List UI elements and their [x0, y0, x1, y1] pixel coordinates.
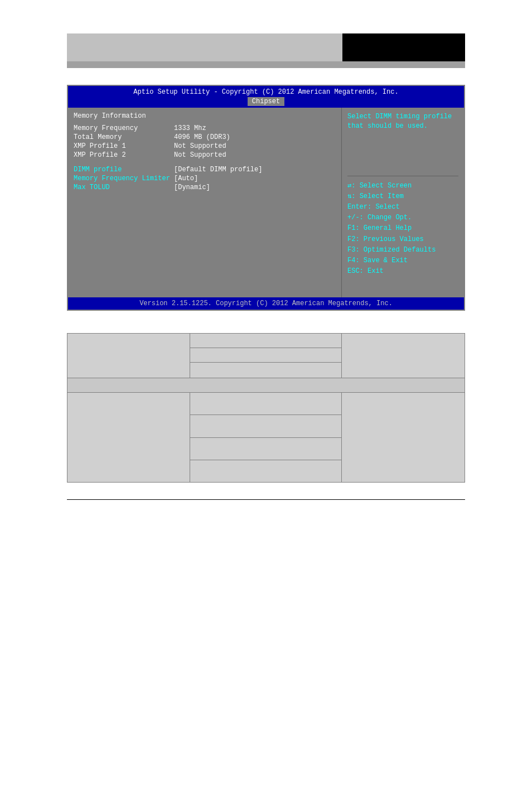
- bios-option-label-tolud: Max TOLUD: [74, 184, 174, 191]
- header-right-bar: [342, 33, 465, 61]
- bios-right-panel: Select DIMM timing profile that should b…: [341, 108, 464, 297]
- grid-bottom-right-cell: [342, 393, 465, 482]
- key-f3: F3: Optimized Defaults: [347, 245, 458, 256]
- grid-bottom-middle-cell: [190, 393, 342, 482]
- key-enter: Enter: Select: [347, 202, 458, 213]
- grid-bottom-middle-row-1: [190, 393, 341, 415]
- grid-bottom-row: [67, 393, 465, 482]
- bios-label-xmp1: XMP Profile 1: [74, 142, 174, 150]
- bios-content: Memory Information Memory Frequency 1333…: [68, 108, 464, 297]
- bios-section-title: Memory Information: [74, 112, 336, 120]
- key-select-item: ⇅: Select Item: [347, 191, 458, 202]
- bios-option-label-dimm: DIMM profile: [74, 166, 174, 174]
- bios-info-row-1: Total Memory 4096 MB (DDR3): [74, 133, 336, 141]
- bios-info-row-3: XMP Profile 2 Not Supported: [74, 151, 336, 159]
- bios-title: Aptio Setup Utility - Copyright (C) 2012…: [68, 88, 464, 96]
- bios-info-row-0: Memory Frequency 1333 Mhz: [74, 124, 336, 132]
- grid-bottom-middle-row-4: [190, 460, 341, 482]
- bios-tab-chipset[interactable]: Chipset: [248, 97, 284, 106]
- grid-top-row: [67, 334, 465, 378]
- bios-title-bar: Aptio Setup Utility - Copyright (C) 2012…: [68, 86, 464, 97]
- bios-label-memory-freq: Memory Frequency: [74, 124, 174, 132]
- table-section: [67, 333, 465, 483]
- bios-info-row-2: XMP Profile 1 Not Supported: [74, 142, 336, 150]
- bios-option-row-0[interactable]: DIMM profile [Default DIMM profile]: [74, 166, 336, 174]
- bios-value-total-memory: 4096 MB (DDR3): [174, 133, 230, 141]
- bottom-divider: [67, 499, 465, 500]
- grid-top-left-cell: [67, 334, 190, 378]
- bios-option-value-freq-limiter: [Auto]: [174, 175, 198, 182]
- bios-screen: Aptio Setup Utility - Copyright (C) 2012…: [67, 85, 465, 311]
- bios-option-label-freq-limiter: Memory Frequency Limiter: [74, 175, 174, 182]
- grid-middle-bar: [67, 378, 465, 393]
- grid-top-middle-cell: [190, 334, 342, 378]
- bios-left-panel: Memory Information Memory Frequency 1333…: [68, 108, 341, 297]
- key-f4: F4: Save & Exit: [347, 256, 458, 266]
- bios-option-value-tolud: [Dynamic]: [174, 184, 210, 191]
- bios-help-divider: [347, 176, 458, 176]
- bios-value-xmp2: Not Supported: [174, 151, 226, 159]
- bios-option-row-2[interactable]: Max TOLUD [Dynamic]: [74, 184, 336, 191]
- key-change-opt: +/-: Change Opt.: [347, 213, 458, 223]
- key-f1: F1: General Help: [347, 223, 458, 234]
- header-divider: [67, 61, 465, 68]
- grid-bottom-middle-row-2: [190, 415, 341, 437]
- bios-option-row-1[interactable]: Memory Frequency Limiter [Auto]: [74, 175, 336, 182]
- grid-bottom-left-cell: [67, 393, 190, 482]
- key-f2: F2: Previous Values: [347, 234, 458, 245]
- grid-outer: [67, 333, 465, 483]
- grid-top-middle-row-2: [190, 348, 341, 363]
- bios-tab-bar: Chipset: [68, 97, 464, 108]
- grid-bottom-middle-row-3: [190, 438, 341, 460]
- bios-value-xmp1: Not Supported: [174, 142, 226, 150]
- bios-help-text: Select DIMM timing profile that should b…: [347, 112, 458, 131]
- bios-label-total-memory: Total Memory: [74, 133, 174, 141]
- bios-footer: Version 2.15.1225. Copyright (C) 2012 Am…: [68, 297, 464, 310]
- grid-top-middle-inner: [190, 334, 341, 377]
- bios-key-help: ⇄: Select Screen ⇅: Select Item Enter: S…: [347, 181, 458, 277]
- bios-value-memory-freq: 1333 Mhz: [174, 124, 206, 132]
- bios-label-xmp2: XMP Profile 2: [74, 151, 174, 159]
- grid-top-middle-row-1: [190, 334, 341, 348]
- bios-option-value-dimm: [Default DIMM profile]: [174, 166, 262, 174]
- grid-top-middle-row-3: [190, 363, 341, 377]
- top-header: [67, 33, 465, 61]
- grid-top-right-cell: [342, 334, 465, 378]
- key-esc: ESC: Exit: [347, 266, 458, 277]
- key-select-screen: ⇄: Select Screen: [347, 181, 458, 191]
- header-left-bar: [67, 33, 342, 61]
